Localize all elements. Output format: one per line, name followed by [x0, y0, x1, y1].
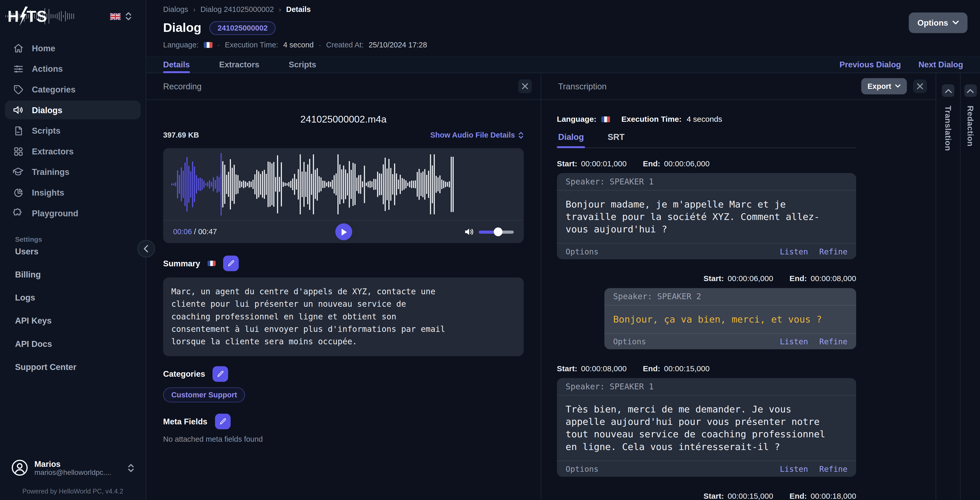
chevron-up-icon [967, 88, 974, 93]
sidebar-item-categories[interactable]: Categories [5, 80, 140, 99]
transcript-segment: Start:00:00:08,000 End:00:00:15,000 Spea… [557, 364, 856, 477]
segment-options-button[interactable]: Options [566, 247, 598, 256]
close-icon [522, 83, 528, 89]
segment-refine-link[interactable]: Refine [819, 247, 848, 256]
export-button[interactable]: Export [861, 78, 907, 94]
dialog-id-badge: 241025000002 [209, 21, 276, 35]
edit-categories-button[interactable] [213, 366, 228, 382]
sidebar-item-extractors[interactable]: Extractors [5, 142, 140, 160]
next-dialog-link[interactable]: Next Dialog [918, 60, 963, 70]
settings-item-logs[interactable]: Logs [15, 293, 146, 302]
categories-label: Categories [163, 369, 205, 378]
grid-icon [13, 146, 24, 157]
tab-scripts[interactable]: Scripts [289, 57, 316, 72]
sidebar-item-actions[interactable]: Actions [5, 59, 140, 78]
show-audio-details-link[interactable]: Show Audio File Details [430, 130, 524, 140]
redaction-expand-button[interactable] [964, 84, 976, 97]
sidebar-item-label: Extractors [32, 147, 73, 156]
play-icon [340, 228, 347, 235]
recording-panel: Recording 241025000002.m4a 397.69 KB [146, 73, 541, 500]
settings-item-api-docs[interactable]: API Docs [15, 340, 146, 349]
sidebar-item-label: Home [32, 43, 55, 53]
transcription-tab-dialog[interactable]: Dialog [557, 132, 585, 148]
avatar [11, 459, 28, 476]
pencil-icon [227, 259, 235, 267]
user-menu[interactable]: Marios marios@helloworldpc.... [9, 457, 137, 479]
recording-close-button[interactable] [518, 79, 532, 93]
segment-listen-link[interactable]: Listen [780, 247, 808, 256]
settings-nav: UsersBillingLogsAPI KeysAPI DocsSupport … [0, 244, 146, 386]
edit-summary-button[interactable] [223, 256, 239, 271]
settings-item-billing[interactable]: Billing [15, 270, 146, 279]
segment-text: Bonjour madame, je m'appelle Marc et je … [557, 190, 856, 243]
segment-options-button[interactable]: Options [613, 337, 646, 346]
settings-item-users[interactable]: Users [15, 247, 146, 256]
pie-chart-icon [13, 187, 24, 198]
breadcrumb: Dialogs›Dialog 241025000002›Details [163, 5, 963, 14]
page-title: Dialog [163, 21, 201, 35]
created-at-label: Created At: [326, 41, 364, 49]
puzzle-icon [13, 208, 24, 219]
meta-fields-label: Meta Fields [163, 417, 208, 426]
settings-item-support-center[interactable]: Support Center [15, 362, 146, 372]
chevron-down-icon [895, 84, 901, 88]
app-logo[interactable]: H TS [8, 6, 47, 27]
translation-expand-button[interactable] [942, 84, 955, 97]
execution-time-value: 4 seconds [687, 115, 722, 124]
edit-meta-fields-button[interactable] [215, 414, 231, 429]
play-button[interactable] [335, 223, 352, 240]
sidebar-item-home[interactable]: Home [5, 39, 140, 57]
segment-options-button[interactable]: Options [566, 464, 598, 474]
sidebar-item-dialogs[interactable]: Dialogs [5, 100, 140, 119]
sidebar-collapse-button[interactable] [138, 240, 155, 257]
settings-item-api-keys[interactable]: API Keys [15, 316, 146, 325]
breadcrumb-item[interactable]: Dialog 241025000002 [200, 5, 274, 14]
transcription-close-button[interactable] [913, 79, 927, 93]
chevron-down-icon [953, 21, 959, 25]
transcription-meta: Language: Execution Time: 4 seconds [557, 115, 856, 124]
volume-icon[interactable] [465, 227, 474, 236]
tab-details[interactable]: Details [163, 57, 190, 72]
redaction-side-tab[interactable]: Redaction [960, 73, 980, 500]
sidebar-item-insights[interactable]: Insights [5, 183, 140, 202]
options-button[interactable]: Options [909, 13, 967, 33]
dialog-meta: Language: · Execution Time: 4 second · C… [163, 41, 963, 49]
segment-card: Speaker: SPEAKER 1 Bonjour madame, je m'… [557, 173, 856, 259]
total-duration: 00:47 [198, 227, 217, 236]
pencil-icon [216, 370, 224, 378]
language-selector[interactable] [110, 11, 132, 21]
tab-extractors[interactable]: Extractors [219, 57, 259, 72]
settings-section-label: Settings [0, 224, 146, 244]
sidebar-item-trainings[interactable]: Trainings [5, 162, 140, 181]
logo-text-right: TS [27, 7, 47, 25]
sidebar-item-label: Categories [32, 85, 75, 94]
sidebar-item-playground[interactable]: Playground [5, 204, 140, 222]
previous-dialog-link[interactable]: Previous Dialog [840, 60, 901, 70]
expand-updown-icon [518, 131, 524, 139]
transcription-tab-srt[interactable]: SRT [606, 132, 626, 148]
segment-timestamps: Start:00:00:01,000 End:00:00:06,000 [557, 159, 856, 168]
french-flag-icon [204, 42, 213, 48]
segment-speaker-label: Speaker: SPEAKER 2 [604, 288, 856, 306]
segment-listen-link[interactable]: Listen [780, 464, 808, 474]
sidebar-item-label: Dialogs [32, 105, 62, 114]
volume-slider[interactable] [479, 230, 514, 233]
sidebar-item-scripts[interactable]: Scripts [5, 121, 140, 140]
breadcrumb-item[interactable]: Dialogs [163, 5, 188, 14]
segment-timestamps: Start:00:00:06,000 End:00:00:08,000 [557, 275, 856, 283]
category-badge[interactable]: Customer Support [163, 387, 245, 402]
updown-chevron-icon [127, 462, 135, 473]
audio-waveform[interactable] [170, 152, 454, 217]
segment-speaker-label: Speaker: SPEAKER 1 [557, 378, 856, 395]
pencil-icon [219, 417, 227, 425]
french-flag-icon [208, 260, 216, 266]
volume-knob[interactable] [494, 227, 503, 236]
translation-side-tab[interactable]: Translation [936, 73, 960, 500]
segment-refine-link[interactable]: Refine [819, 337, 848, 346]
current-time: 00:06 [173, 227, 192, 236]
segment-refine-link[interactable]: Refine [819, 464, 848, 474]
translation-label: Translation [943, 106, 953, 151]
language-label: Language: [557, 115, 596, 124]
chevron-left-icon [143, 245, 149, 252]
segment-listen-link[interactable]: Listen [780, 337, 808, 346]
